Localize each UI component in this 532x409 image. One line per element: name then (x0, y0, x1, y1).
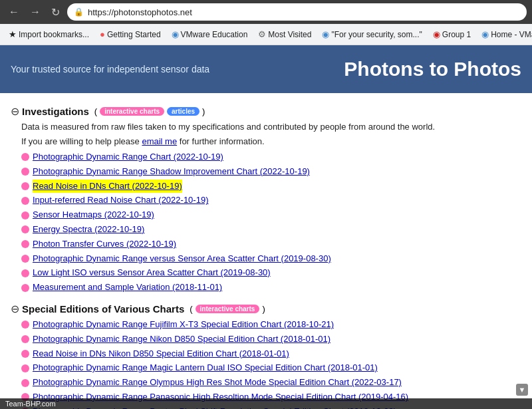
se-link-2[interactable]: Read Noise in DNs Nikon D850 Special Edi… (33, 347, 289, 361)
globe-icon-4: ◉ (481, 29, 489, 39)
se-link-1[interactable]: Photographic Dynamic Range Nikon D850 Sp… (33, 333, 331, 346)
dot-icon (21, 350, 29, 358)
inv-link-9[interactable]: Measurement and Sample Variation (2018-1… (33, 281, 222, 295)
investigations-desc1: Data is measured from raw files taken to… (21, 120, 521, 134)
list-item: Photon Transfer Curves (2022-10-19) (21, 237, 521, 251)
dot-icon (21, 240, 29, 248)
bookmark-label: VMware Education (181, 30, 248, 39)
se-link-4[interactable]: Photographic Dynamic Range Olympus High … (33, 376, 402, 390)
list-item: Photographic Dynamic Range Fujifilm X-T3… (21, 318, 521, 332)
dot-icon (21, 211, 29, 219)
gear-icon: ⚙ (258, 29, 266, 39)
bookmark-security[interactable]: ◉ "For your security, som..." (317, 27, 426, 41)
dot-icon (21, 182, 29, 190)
inv-link-0[interactable]: Photographic Dynamic Range Chart (2022-1… (33, 150, 223, 164)
list-item: Photographic Dynamic Range Olympus High … (21, 376, 521, 390)
list-item: Low Light ISO versus Sensor Area Scatter… (21, 266, 521, 280)
special-editions-link-list: Photographic Dynamic Range Fujifilm X-T3… (21, 318, 521, 409)
list-item: Photographic Dynamic Range Magic Lantern… (21, 361, 521, 375)
bookmark-getting-started[interactable]: ● Getting Started (95, 27, 166, 41)
list-item: Read Noise in DNs Chart (2022-10-19) (21, 180, 521, 194)
browser-nav-bar: ← → ↻ 🔒 https://photonstophotos.net (0, 0, 532, 24)
se-link-3[interactable]: Photographic Dynamic Range Magic Lantern… (33, 361, 378, 375)
scroll-button[interactable]: ▼ (516, 384, 528, 396)
inv-link-6[interactable]: Photon Transfer Curves (2022-10-19) (33, 237, 176, 251)
forward-button[interactable]: → (27, 5, 44, 19)
dot-icon (21, 225, 29, 233)
bottom-banner: Team-BHP.com (0, 398, 532, 409)
list-item: Measurement and Sample Variation (2018-1… (21, 281, 521, 295)
bookmark-label: Group 1 (442, 30, 471, 39)
special-editions-badge[interactable]: interactive charts (196, 305, 260, 313)
bookmark-label: Getting Started (107, 30, 161, 39)
header-title: Photons to Photos (344, 58, 521, 80)
special-editions-title: Special Editions of Various Charts (22, 303, 184, 315)
star-icon: ★ (9, 29, 17, 39)
bookmark-import[interactable]: ★ Import bookmarks... (4, 27, 94, 41)
bookmark-vmware[interactable]: ◉ VMware Education (167, 27, 253, 41)
dot-icon (21, 269, 29, 277)
page-body: ⊖ Investigations ( interactive charts ar… (0, 93, 532, 409)
bookmarks-bar: ★ Import bookmarks... ● Getting Started … (0, 24, 532, 45)
list-item: Photographic Dynamic Range Shadow Improv… (21, 165, 521, 179)
list-item: Photographic Dynamic Range Nikon D850 Sp… (21, 333, 521, 346)
bookmark-group1[interactable]: ◉ Group 1 (428, 27, 475, 41)
investigations-toggle[interactable]: ⊖ (11, 105, 19, 118)
lock-icon: 🔒 (74, 7, 84, 17)
email-link[interactable]: email me (142, 136, 177, 146)
dot-icon (21, 153, 29, 161)
special-editions-header: ⊖ Special Editions of Various Charts ( i… (11, 303, 521, 315)
globe-icon: ◉ (172, 29, 179, 39)
reload-button[interactable]: ↻ (48, 5, 63, 20)
dot-icon (21, 379, 29, 387)
url-text: https://photonstophotos.net (88, 7, 520, 17)
dot-icon (21, 364, 29, 372)
bookmark-label: Home - VMadmin.co.uk (491, 30, 532, 39)
list-item: Photographic Dynamic Range versus Sensor… (21, 252, 521, 266)
bottom-banner-text: Team-BHP.com (5, 400, 56, 408)
investigations-title: Investigations (22, 106, 89, 117)
dot-icon (21, 168, 29, 176)
dot-icon (21, 321, 29, 329)
inv-link-4[interactable]: Sensor Heatmaps (2022-10-19) (33, 208, 154, 222)
list-item: Input-referred Read Noise Chart (2022-10… (21, 194, 521, 207)
back-button[interactable]: ← (5, 5, 23, 19)
bookmark-home-vmadmin[interactable]: ◉ Home - VMadmin.co.uk (477, 27, 532, 41)
inv-link-3[interactable]: Input-referred Read Noise Chart (2022-10… (33, 194, 208, 207)
bookmark-label: "For your security, som..." (331, 30, 422, 39)
dot-icon (21, 335, 29, 343)
investigations-desc2: If you are willing to help please email … (21, 135, 521, 148)
investigations-section-header: ⊖ Investigations ( interactive charts ar… (11, 105, 521, 118)
dot-icon (21, 284, 29, 292)
page-header: Your trusted source for independent sens… (0, 45, 532, 93)
inv-link-1[interactable]: Photographic Dynamic Range Shadow Improv… (33, 165, 310, 179)
dot-icon (21, 255, 29, 263)
dot-icon (21, 197, 29, 205)
list-item: Read Noise in DNs Nikon D850 Special Edi… (21, 347, 521, 361)
globe-icon-2: ◉ (322, 29, 329, 39)
bookmark-label: Import bookmarks... (19, 30, 89, 39)
inv-link-2[interactable]: Read Noise in DNs Chart (2022-10-19) (33, 180, 182, 194)
header-tagline: Your trusted source for independent sens… (11, 64, 344, 74)
inv-link-7[interactable]: Photographic Dynamic Range versus Sensor… (33, 252, 331, 266)
list-item: Energy Spectra (2022-10-19) (21, 223, 521, 237)
investigations-badge-articles[interactable]: articles (167, 107, 200, 116)
list-item: Photographic Dynamic Range Chart (2022-1… (21, 150, 521, 164)
address-bar[interactable]: 🔒 https://photonstophotos.net (67, 3, 527, 21)
investigations-badge-interactive[interactable]: interactive charts (100, 107, 164, 116)
list-item: Sensor Heatmaps (2022-10-19) (21, 208, 521, 222)
special-editions-toggle[interactable]: ⊖ (11, 303, 19, 315)
circle-icon: ● (100, 29, 105, 39)
se-link-0[interactable]: Photographic Dynamic Range Fujifilm X-T3… (33, 318, 334, 332)
globe-icon-3: ◉ (433, 29, 440, 39)
inv-link-5[interactable]: Energy Spectra (2022-10-19) (33, 223, 144, 237)
bookmark-label: Most Visited (268, 30, 311, 39)
inv-link-8[interactable]: Low Light ISO versus Sensor Area Scatter… (33, 266, 271, 280)
investigations-link-list: Photographic Dynamic Range Chart (2022-1… (21, 150, 521, 295)
bookmark-most-visited[interactable]: ⚙ Most Visited (253, 27, 316, 41)
